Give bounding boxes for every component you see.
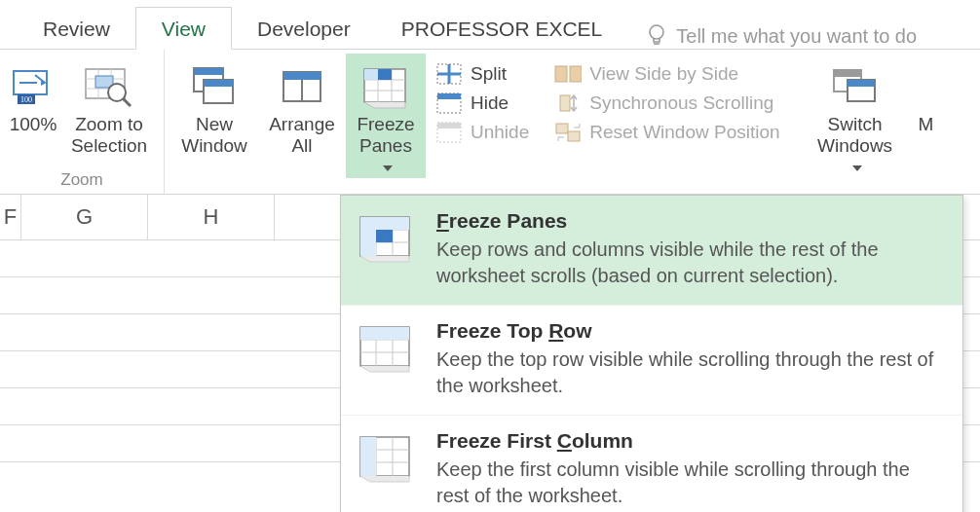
svg-rect-34 (437, 123, 461, 128)
worksheet-area[interactable]: F G H (0, 194, 980, 498)
reset-window-position-button: Reset Window Position (548, 118, 785, 147)
arrange-all-label-2: All (291, 135, 312, 157)
freeze-panes-label-1: Freeze (357, 114, 414, 135)
svg-line-13 (123, 98, 131, 106)
chevron-down-icon (852, 165, 862, 171)
new-window-label-1: New (196, 114, 233, 135)
menu-item-freeze-panes[interactable]: Freeze Panes Keep rows and columns visib… (341, 196, 962, 306)
svg-rect-41 (834, 70, 861, 77)
menu-item-freeze-first-column-desc: Keep the first column visible while scro… (436, 457, 945, 509)
menu-item-freeze-top-row[interactable]: Freeze Top Row Keep the top row visible … (341, 306, 962, 416)
unhide-label: Unhide (471, 122, 529, 143)
svg-rect-43 (848, 80, 875, 87)
zoom-100-button[interactable]: 100 100% (6, 54, 60, 135)
split-label: Split (471, 63, 507, 85)
menu-item-freeze-top-row-desc: Keep the top row visible while scrolling… (436, 347, 945, 399)
freeze-top-row-icon (355, 319, 419, 399)
new-window-label-2: Window (181, 135, 247, 157)
synchronous-scrolling-icon (554, 92, 582, 114)
lightbulb-icon (647, 23, 666, 49)
svg-point-0 (650, 25, 663, 39)
hide-icon (435, 92, 463, 114)
freeze-panes-icon (358, 59, 413, 114)
svg-rect-19 (283, 72, 320, 80)
svg-rect-17 (204, 80, 233, 87)
column-header-f[interactable]: F (0, 195, 21, 239)
svg-rect-50 (360, 217, 409, 230)
svg-rect-39 (568, 131, 580, 141)
ribbon: 100 100% (0, 50, 980, 194)
zoom-to-selection-icon (82, 59, 136, 114)
menu-item-freeze-panes-title: Freeze Panes (436, 209, 945, 233)
new-window-icon (190, 59, 239, 114)
truncated-button[interactable]: M (917, 54, 932, 135)
hide-label: Hide (471, 92, 509, 114)
svg-marker-26 (364, 69, 378, 80)
tell-me-search[interactable]: Tell me what you want to do (647, 14, 917, 49)
unhide-icon (435, 122, 463, 143)
truncated-label: M (919, 114, 934, 135)
reset-window-position-label: Reset Window Position (589, 122, 779, 143)
freeze-panes-label-2: Panes (352, 135, 420, 178)
menu-item-freeze-first-column[interactable]: Freeze First Column Keep the first colum… (341, 416, 962, 512)
split-button[interactable]: Split (430, 59, 535, 89)
freeze-panes-option-icon (355, 209, 419, 289)
arrange-all-icon (278, 59, 326, 114)
svg-rect-38 (556, 124, 568, 133)
svg-rect-57 (360, 327, 409, 340)
svg-rect-63 (360, 437, 376, 476)
new-window-button[interactable]: New Window (170, 54, 258, 157)
synchronous-scrolling-button: Synchronous Scrolling (548, 89, 785, 118)
column-header-g[interactable]: G (21, 195, 148, 239)
zoom-100-label: 100% (10, 114, 57, 135)
column-header-h[interactable]: H (148, 195, 275, 239)
menu-item-freeze-panes-desc: Keep rows and columns visible while the … (436, 237, 945, 289)
switch-windows-label-1: Switch (828, 114, 883, 135)
reset-window-position-icon (554, 122, 582, 143)
zoom-100-icon: 100 (12, 59, 55, 114)
svg-text:100: 100 (20, 95, 32, 104)
zoom-to-selection-button[interactable]: Zoom to Selection (60, 54, 158, 157)
split-icon (435, 63, 463, 85)
svg-rect-37 (560, 95, 570, 111)
freeze-panes-button[interactable]: Freeze Panes (346, 54, 426, 178)
view-side-by-side-icon (554, 63, 582, 85)
svg-rect-32 (437, 93, 461, 99)
menu-item-freeze-first-column-title: Freeze First Column (436, 429, 945, 453)
switch-windows-button[interactable]: Switch Windows (807, 54, 904, 178)
tab-developer[interactable]: Developer (232, 8, 376, 49)
zoom-group-label: Zoom (6, 168, 158, 194)
view-side-by-side-button: View Side by Side (548, 59, 785, 89)
chevron-down-icon (383, 165, 393, 171)
ribbon-tabs: Review View Developer PROFESSOR EXCEL Te… (0, 0, 980, 49)
switch-windows-label-2: Windows (812, 135, 898, 178)
tell-me-placeholder: Tell me what you want to do (676, 25, 917, 48)
menu-item-freeze-top-row-title: Freeze Top Row (436, 319, 945, 343)
zoom-to-selection-label-2: Selection (71, 135, 147, 157)
view-side-by-side-label: View Side by Side (589, 63, 738, 85)
svg-rect-51 (376, 230, 393, 242)
arrange-all-button[interactable]: Arrange All (258, 54, 346, 157)
svg-rect-35 (555, 66, 567, 82)
tab-professor-excel[interactable]: PROFESSOR EXCEL (376, 8, 628, 49)
hide-button[interactable]: Hide (430, 89, 535, 118)
svg-rect-36 (570, 66, 582, 82)
arrange-all-label-1: Arrange (269, 114, 335, 135)
tab-review[interactable]: Review (18, 8, 135, 49)
zoom-to-selection-label-1: Zoom to (75, 114, 143, 135)
switch-windows-icon (828, 59, 883, 114)
unhide-button: Unhide (430, 118, 535, 147)
freeze-first-column-icon (355, 429, 419, 509)
freeze-panes-menu: Freeze Panes Keep rows and columns visib… (340, 195, 963, 512)
svg-rect-15 (194, 68, 223, 75)
tab-view[interactable]: View (135, 7, 232, 50)
synchronous-scrolling-label: Synchronous Scrolling (589, 92, 773, 114)
svg-rect-27 (378, 69, 392, 80)
